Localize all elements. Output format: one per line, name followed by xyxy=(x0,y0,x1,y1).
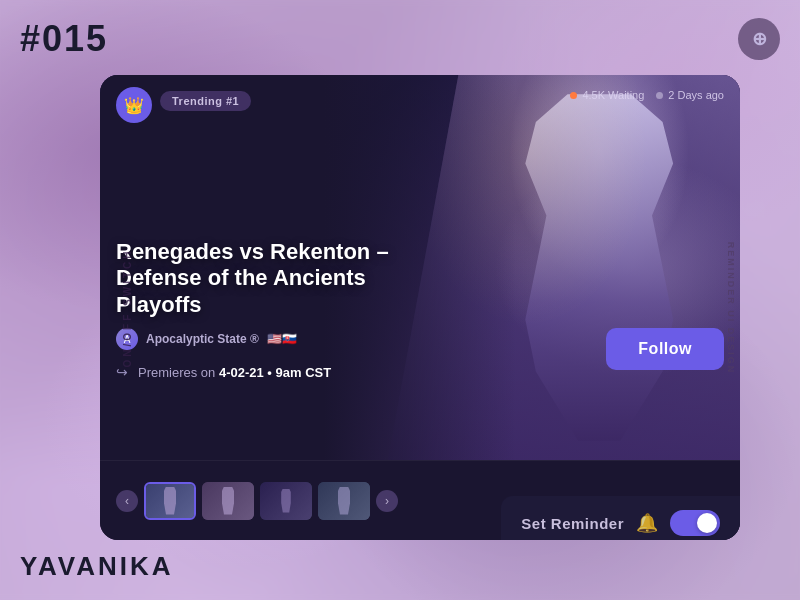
follow-button[interactable]: Follow xyxy=(606,328,724,370)
side-label-right: REMINDER UI DESIGN xyxy=(727,241,737,374)
bell-icon: 🔔 xyxy=(636,512,658,534)
thumbnail-1[interactable] xyxy=(144,482,196,520)
toggle-knob xyxy=(697,513,717,533)
crown-symbol: 👑 xyxy=(124,96,144,115)
time-ago: 2 Days ago xyxy=(668,89,724,101)
trending-text: Trending #1 xyxy=(172,95,239,107)
waiting-count: 4.5K Waiting xyxy=(582,89,644,101)
game-title: Renegades vs Rekenton – Defense of the A… xyxy=(116,239,452,318)
thumb-1-inner xyxy=(146,484,194,518)
premiere-date: 4-02-21 • 9am CST xyxy=(219,365,331,380)
time-stat: 2 Days ago xyxy=(656,89,724,101)
crown-badge: 👑 xyxy=(116,87,152,123)
thumbnail-3[interactable] xyxy=(260,482,312,520)
thumbnails-row: ‹ xyxy=(116,482,398,520)
thumb-prev-button[interactable]: ‹ xyxy=(116,490,138,512)
waiting-stat: 4.5K Waiting xyxy=(570,89,644,101)
brand-label: YAVANIKA xyxy=(20,551,174,582)
trending-badge: Trending #1 xyxy=(160,91,251,111)
flag-icons: 🇺🇸🇸🇰 xyxy=(267,332,297,346)
card-hero-section: 👑 Trending #1 4.5K Waiting 2 Days ago Re… xyxy=(100,75,740,460)
icon-symbol: ⊕ xyxy=(752,28,767,50)
premiere-label: Premieres on xyxy=(138,365,219,380)
reminder-label: Set Reminder xyxy=(521,515,624,532)
thumbnail-2[interactable] xyxy=(202,482,254,520)
thumbnail-4[interactable] xyxy=(318,482,370,520)
reminder-section: Set Reminder 🔔 xyxy=(501,496,740,540)
author-row: A Apocalyptic State ® 🇺🇸🇸🇰 xyxy=(116,328,452,350)
card-container: ON/OFF SWITCH REMINDER UI DESIGN 👑 Trend… xyxy=(100,75,740,540)
card-text-content: Renegades vs Rekenton – Defense of the A… xyxy=(116,239,452,380)
main-card: 👑 Trending #1 4.5K Waiting 2 Days ago Re… xyxy=(100,75,740,540)
thumb-4-inner xyxy=(318,482,370,520)
thumb-3-inner xyxy=(260,482,312,520)
author-name: Apocalyptic State ® xyxy=(146,332,259,346)
stats-row: 4.5K Waiting 2 Days ago xyxy=(570,89,724,101)
premiere-row: ↪ Premieres on 4-02-21 • 9am CST xyxy=(116,364,452,380)
dot-waiting xyxy=(570,92,577,99)
card-bottom-bar: ‹ xyxy=(100,460,740,540)
side-label-left: ON/OFF SWITCH xyxy=(122,248,133,367)
thumb-next-button[interactable]: › xyxy=(376,490,398,512)
settings-icon[interactable]: ⊕ xyxy=(738,18,780,60)
reminder-toggle[interactable] xyxy=(670,510,720,536)
thumb-2-inner xyxy=(202,482,254,520)
dot-time xyxy=(656,92,663,99)
premiere-text: Premieres on 4-02-21 • 9am CST xyxy=(138,365,331,380)
page-number: #015 xyxy=(20,18,108,60)
